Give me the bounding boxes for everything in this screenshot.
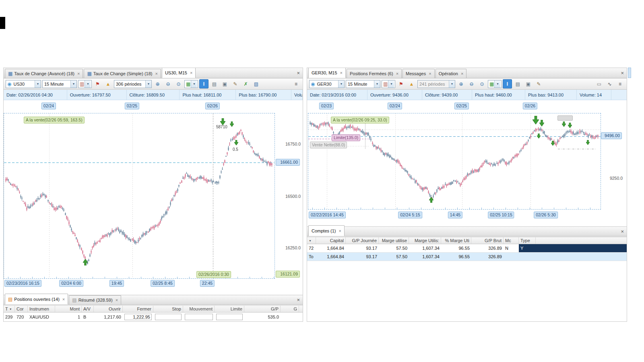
chart-style-icon-combobox[interactable]: ▥▼ xyxy=(382,80,395,88)
tab-close-icon[interactable]: × xyxy=(396,71,398,76)
column-header[interactable]: Ouvrir xyxy=(94,306,123,312)
column-header[interactable]: Stop xyxy=(153,306,183,312)
column-header[interactable]: G/P Brut xyxy=(471,237,504,244)
delete-button[interactable]: ✗ xyxy=(241,79,250,88)
alert-button[interactable]: ⚑ xyxy=(93,79,102,88)
tab-close-icon[interactable]: × xyxy=(340,70,343,75)
cell-input-field[interactable] xyxy=(155,314,182,320)
window-button[interactable]: ▣ xyxy=(220,79,229,88)
tab-close-icon[interactable]: × xyxy=(461,71,463,76)
tab-close-icon[interactable]: × xyxy=(77,71,80,76)
zoom-out-button[interactable]: ⊖ xyxy=(163,79,173,88)
order-button[interactable]: ▲ xyxy=(103,79,113,88)
chevron-down-icon[interactable]: ▼ xyxy=(35,80,41,88)
column-header[interactable]: Mouvement xyxy=(183,306,215,312)
column-header[interactable]: Cor xyxy=(15,306,28,312)
panel-close-icon[interactable]: × xyxy=(297,70,300,76)
chevron-down-icon[interactable]: ▼ xyxy=(191,80,197,88)
panel-button[interactable]: ▤ xyxy=(210,79,219,88)
chevron-down-icon[interactable]: ▼ xyxy=(494,80,500,88)
cell-input-field[interactable] xyxy=(185,314,213,320)
draw-button[interactable]: ✎ xyxy=(231,79,240,88)
chevron-down-icon[interactable]: ▼ xyxy=(388,80,394,88)
chevron-down-icon[interactable]: ▼ xyxy=(449,80,455,88)
chart-plot-area[interactable]: A la vente(02/26 05:59, 163.5)587100.502… xyxy=(4,113,275,279)
tab-close-icon[interactable]: × xyxy=(155,71,157,76)
grid-icon-combobox[interactable]: ▦▼ xyxy=(184,80,198,88)
306-p-riodes-combobox[interactable]: 306 périodes▼ xyxy=(114,80,152,88)
menu-button[interactable]: ≡ xyxy=(615,79,625,88)
menu-button[interactable]: ≡ xyxy=(291,79,301,88)
tab-us30-m15[interactable]: US30, M15× xyxy=(162,68,196,78)
tab-taux-de-change-simple-18-[interactable]: ▦Taux de Change (Simple) (18)× xyxy=(84,69,161,78)
chevron-down-icon[interactable]: ▼ xyxy=(145,80,151,88)
tab-close-icon[interactable]: × xyxy=(62,297,65,302)
15-minute-combobox[interactable]: 15 Minute▼ xyxy=(42,80,77,88)
column-header[interactable]: Instrumen xyxy=(28,306,55,312)
tab-close-icon[interactable]: × xyxy=(339,228,341,233)
tab-taux-de-change-avanc-18-[interactable]: ▦Taux de Change (Avancé) (18)× xyxy=(5,69,83,78)
draw-button[interactable]: ✎ xyxy=(534,79,543,88)
tab-close-icon[interactable]: × xyxy=(190,70,192,75)
ohlc-info-segment: Plus bas: 9413.00 xyxy=(525,90,577,100)
indicator-button[interactable]: I xyxy=(503,79,512,88)
tab-close-icon[interactable]: × xyxy=(429,71,431,76)
column-header[interactable]: Marge utilise xyxy=(379,237,409,244)
column-header[interactable]: T▼ xyxy=(4,306,15,312)
panel-close-icon[interactable]: × xyxy=(621,70,624,76)
tab-comptes[interactable]: Comptes (1)× xyxy=(308,225,345,236)
15-minute-combobox[interactable]: 15 Minute▼ xyxy=(346,80,380,88)
column-header[interactable]: A/V xyxy=(82,306,94,312)
tab-close-icon[interactable]: × xyxy=(116,298,118,302)
zoom-in-button[interactable]: ⊕ xyxy=(153,79,162,88)
panel-close-icon[interactable]: × xyxy=(297,297,300,303)
column-header[interactable]: G/P xyxy=(244,306,281,312)
order-button[interactable]: ▲ xyxy=(407,79,416,88)
241-p-riodes-combobox[interactable]: 241 périodes▼ xyxy=(417,80,455,88)
tab-positions-ferm-es-6-[interactable]: Positions Fermées (6)× xyxy=(347,69,402,78)
zoom-reset-button[interactable]: ⊙ xyxy=(477,79,487,88)
accounts-table-row[interactable]: 721,664.8493.1757.501,607.3496.55326.89N… xyxy=(307,244,627,253)
column-header[interactable]: % Marge Uti xyxy=(441,237,471,244)
panel-button[interactable]: ▤ xyxy=(513,79,522,88)
chevron-down-icon[interactable]: ▼ xyxy=(338,80,344,88)
tab-ger30-m15[interactable]: GER30, M15× xyxy=(308,68,346,78)
chevron-down-icon[interactable]: ▼ xyxy=(374,80,380,88)
column-header[interactable]: Marge Utilis: xyxy=(409,237,441,244)
column-header[interactable]: Mc xyxy=(504,237,519,244)
column-header[interactable]: G xyxy=(281,306,299,312)
column-header[interactable]: Mont xyxy=(55,306,82,312)
panel-close-icon[interactable]: × xyxy=(621,228,624,234)
column-header[interactable]: ▼ xyxy=(307,237,316,244)
grid-icon-combobox[interactable]: ▦▼ xyxy=(488,80,502,88)
column-header[interactable]: Type xyxy=(519,237,536,244)
us30-combobox[interactable]: ◉US30▼ xyxy=(6,80,41,88)
positions-table-row[interactable]: 239720XAU/USD1B1,217.601,222.95535.0 xyxy=(4,313,303,321)
alert-button[interactable]: ⚑ xyxy=(396,79,406,88)
column-header[interactable]: Limite xyxy=(215,306,244,312)
tab-positions-ouvertes-14-[interactable]: ▤Positions ouvertes (14)× xyxy=(5,294,68,304)
cell-input-field[interactable]: 1,222.95 xyxy=(124,314,152,320)
tab-messages[interactable]: Messages× xyxy=(402,69,435,78)
zoom-out-button[interactable]: ⊖ xyxy=(467,79,476,88)
column-header[interactable]: Capital xyxy=(316,237,346,244)
tab-r-sum-328-59-[interactable]: ▤Résumé (328.59)× xyxy=(69,295,121,304)
tab-op-ration[interactable]: Opération× xyxy=(436,69,467,78)
eraser-button[interactable]: ▭ xyxy=(594,79,604,88)
zoom-reset-button[interactable]: ⊙ xyxy=(174,79,183,88)
axis-time-badge: 14:45 xyxy=(448,212,462,218)
column-header[interactable]: G/P Journée xyxy=(346,237,379,244)
column-header[interactable]: Fermer xyxy=(123,306,153,312)
window-button[interactable]: ▣ xyxy=(524,79,533,88)
accounts-table-row[interactable]: To1,664.8493.1757.501,607.3496.55326.89 xyxy=(307,253,627,261)
chevron-down-icon[interactable]: ▼ xyxy=(85,80,91,88)
cell-input-field[interactable] xyxy=(216,314,243,320)
chart-plot-area[interactable]: A la vente(02/26 09:25, 33.0)Limite(135.… xyxy=(308,113,601,210)
newchart-button[interactable]: ▧ xyxy=(252,79,261,88)
wave-button[interactable]: ∿ xyxy=(605,79,614,88)
indicator-button[interactable]: I xyxy=(199,79,208,88)
chart-style-icon-combobox[interactable]: ▥▼ xyxy=(78,80,92,88)
ger30-combobox[interactable]: ◉GER30▼ xyxy=(309,80,345,88)
chevron-down-icon[interactable]: ▼ xyxy=(70,80,76,88)
zoom-in-button[interactable]: ⊕ xyxy=(456,79,466,88)
